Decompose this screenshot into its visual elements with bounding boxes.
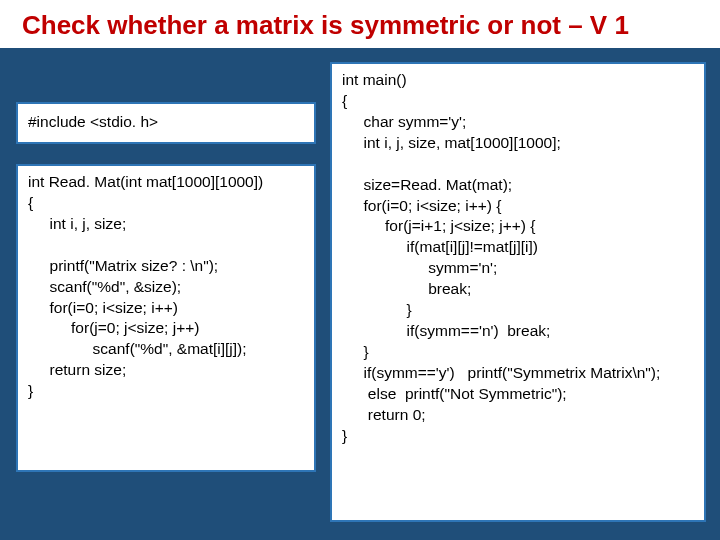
code-box-main: int main() { char symm='y'; int i, j, si… (330, 62, 706, 522)
code-box-readmat: int Read. Mat(int mat[1000][1000]) { int… (16, 164, 316, 472)
content-area: #include <stdio. h> int Read. Mat(int ma… (0, 48, 720, 540)
slide-title: Check whether a matrix is symmetric or n… (0, 0, 720, 48)
code-box-include: #include <stdio. h> (16, 102, 316, 144)
